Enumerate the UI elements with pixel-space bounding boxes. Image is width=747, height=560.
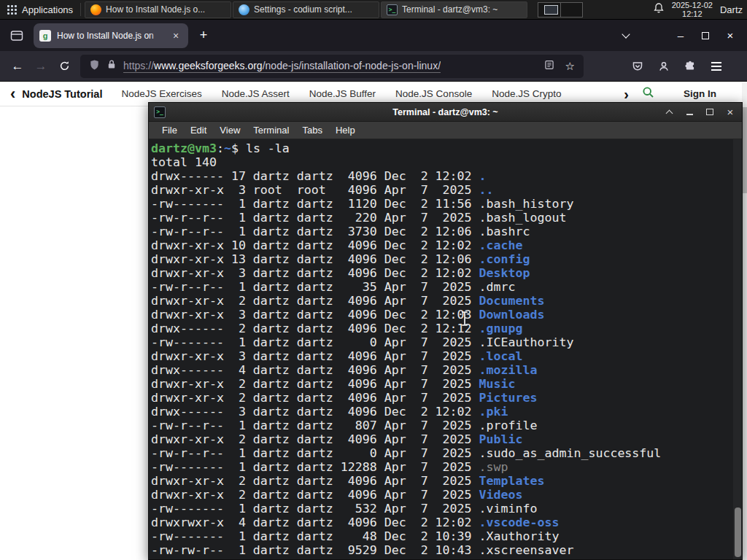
terminal-line: drwxr-xr-x 2 dartz dartz 4096 Apr 7 2025… — [151, 377, 742, 391]
terminal-line: -rw------- 1 dartz dartz 532 Apr 7 2025 … — [151, 502, 742, 516]
terminal-scrollbar-thumb[interactable] — [735, 508, 741, 557]
nav-scroll-right-button[interactable]: › — [624, 86, 629, 103]
terminal-line: drwxr-xr-x 3 dartz dartz 4096 Dec 2 12:0… — [151, 266, 742, 280]
terminal-line: drwxr-xr-x 13 dartz dartz 4096 Dec 2 12:… — [151, 252, 742, 266]
applications-grid-icon — [7, 5, 17, 15]
tab-title: How to Install Node.js on — [57, 31, 163, 41]
terminal-line: drwx------ 2 dartz dartz 4096 Dec 2 12:1… — [151, 322, 742, 335]
menu-item-tabs[interactable]: Tabs — [295, 125, 328, 136]
nav-item[interactable]: Node.JS Crypto — [492, 88, 561, 99]
site-nav-fade — [579, 85, 619, 104]
terminal-output: dartz@vm3:~$ ls -latotal 140drwx------ 1… — [151, 141, 742, 557]
taskbar-item-firefox[interactable]: How to Install Node.js o... — [85, 1, 231, 18]
panel-status-area: 2025-12-02 12:12 Dartz — [653, 1, 747, 18]
workspace-1[interactable] — [538, 3, 560, 17]
applications-menu-button[interactable]: Applications — [0, 0, 80, 19]
clock[interactable]: 2025-12-02 12:12 — [672, 1, 713, 18]
terminal-line: -rw-r--r-- 1 dartz dartz 35 Apr 7 2025 .… — [151, 280, 742, 294]
window-maximize-button[interactable] — [693, 25, 718, 47]
terminal-line: -rw------- 1 dartz dartz 0 Apr 7 2025 .I… — [151, 335, 742, 349]
firefox-view-button[interactable] — [6, 25, 28, 47]
back-button[interactable]: ← — [6, 55, 29, 78]
terminal-screen[interactable]: dartz@vm3:~$ ls -latotal 140drwx------ 1… — [149, 139, 742, 559]
terminal-line: -rw------- 1 dartz dartz 1120 Dec 2 11:5… — [151, 197, 742, 211]
reload-button[interactable] — [53, 55, 76, 78]
terminal-shade-button[interactable] — [662, 106, 676, 119]
nav-scroll-left-button[interactable]: ‹ — [10, 87, 15, 101]
menu-item-file[interactable]: File — [155, 125, 184, 136]
terminal-line: drwxr-xr-x 3 dartz dartz 4096 Dec 2 12:0… — [151, 308, 742, 322]
forward-button[interactable]: → — [29, 55, 53, 78]
taskbar-item-settings[interactable]: Settings - codium script... — [233, 1, 379, 18]
minimize-icon — [686, 114, 693, 115]
terminal-window: >_ Terminal - dartz@vm3: ~ × File Edit V… — [148, 102, 743, 560]
browser-tab[interactable]: g How to Install Node.js on × — [34, 23, 188, 48]
terminal-line: drwx------ 4 dartz dartz 4096 Apr 7 2025… — [151, 363, 742, 377]
window-close-button[interactable]: × — [718, 25, 743, 47]
terminal-line: drwxr-xr-x 10 dartz dartz 4096 Dec 2 12:… — [151, 238, 742, 252]
terminal-maximize-button[interactable] — [703, 106, 716, 119]
new-tab-button[interactable]: + — [193, 25, 214, 47]
menu-item-edit[interactable]: Edit — [184, 125, 213, 136]
url-text: https://www.geeksforgeeks.org/node-js/in… — [123, 60, 441, 73]
terminal-line: drwx------ 3 dartz dartz 4096 Dec 2 12:0… — [151, 405, 742, 419]
list-all-tabs-button[interactable] — [614, 25, 638, 47]
nav-item[interactable]: NodeJS Exercises — [121, 88, 201, 99]
terminal-line: -rw-r--r-- 1 dartz dartz 220 Apr 7 2025 … — [151, 211, 742, 225]
browser-scrollbar-thumb[interactable] — [742, 107, 747, 193]
url-protocol: https:// — [123, 60, 154, 71]
terminal-minimize-button[interactable] — [683, 106, 696, 119]
terminal-window-icon: >_ — [154, 106, 166, 118]
menu-button[interactable] — [705, 55, 728, 78]
firefox-icon — [90, 4, 101, 15]
terminal-window-controls: × — [662, 106, 737, 119]
terminal-menubar: File Edit View Terminal Tabs Help — [149, 122, 742, 139]
terminal-scrollbar[interactable] — [733, 139, 742, 559]
terminal-window-title: Terminal - dartz@vm3: ~ — [149, 107, 742, 117]
url-path: /node-js/installation-of-node-js-on-linu… — [263, 60, 441, 71]
site-nav-items: NodeJS Exercises Node.JS Assert Node.JS … — [121, 88, 573, 99]
terminal-app-icon: >_ — [387, 4, 398, 15]
workspace-switcher[interactable] — [538, 2, 583, 18]
maximize-icon — [706, 109, 713, 115]
menu-item-terminal[interactable]: Terminal — [247, 125, 295, 136]
workspace-2[interactable] — [560, 3, 582, 17]
nav-item-nodejs-tutorial[interactable]: NodeJS Tutorial — [22, 88, 102, 100]
nav-item[interactable]: Node.JS Buffer — [309, 88, 376, 99]
extensions-icon[interactable] — [678, 55, 702, 78]
terminal-line: drwxr-xr-x 2 dartz dartz 4096 Apr 7 2025… — [151, 488, 742, 502]
applications-label: Applications — [22, 4, 73, 15]
clock-date: 2025-12-02 — [672, 1, 713, 9]
taskbar-item-label: Settings - codium script... — [254, 4, 374, 15]
pocket-button[interactable] — [626, 55, 649, 78]
tab-close-button[interactable]: × — [169, 30, 182, 42]
terminal-line: drwxr-xr-x 2 dartz dartz 4096 Apr 7 2025… — [151, 432, 742, 446]
chevron-up-icon — [665, 109, 673, 117]
menu-item-view[interactable]: View — [213, 125, 247, 136]
url-bar[interactable]: https://www.geeksforgeeks.org/node-js/in… — [80, 55, 584, 78]
lock-icon[interactable] — [107, 59, 117, 73]
sign-in-button[interactable]: Sign In — [684, 88, 716, 99]
account-button[interactable] — [652, 55, 676, 78]
notification-bell-icon[interactable] — [653, 2, 665, 17]
nav-item[interactable]: Node.JS Assert — [222, 88, 290, 99]
menu-item-help[interactable]: Help — [329, 125, 362, 136]
terminal-close-button[interactable]: × — [724, 106, 737, 119]
tracking-shield-icon[interactable] — [89, 59, 100, 74]
terminal-line: drwxr-xr-x 3 dartz dartz 4096 Apr 7 2025… — [151, 349, 742, 363]
reader-mode-button[interactable] — [544, 60, 554, 73]
terminal-line: -rw------- 1 dartz dartz 12288 Apr 7 202… — [151, 460, 742, 474]
site-search-button[interactable] — [642, 86, 654, 101]
bookmark-star-button[interactable]: ☆ — [565, 60, 575, 73]
panel-separator — [80, 3, 81, 16]
nav-item[interactable]: Node.JS Console — [395, 88, 472, 99]
top-panel: Applications How to Install Node.js o...… — [0, 0, 747, 20]
clock-time: 12:12 — [672, 9, 713, 18]
taskbar-item-terminal[interactable]: >_ Terminal - dartz@vm3: ~ — [381, 1, 527, 18]
terminal-line: drwxrwxr-x 4 dartz dartz 4096 Dec 2 12:0… — [151, 516, 742, 529]
terminal-titlebar[interactable]: >_ Terminal - dartz@vm3: ~ × — [149, 103, 742, 122]
window-minimize-button[interactable]: – — [668, 25, 693, 47]
browser-scrollbar[interactable] — [742, 82, 747, 560]
toolbar-right-icons — [626, 55, 728, 78]
browser-tab-bar: g How to Install Node.js on × + – × — [0, 20, 747, 51]
